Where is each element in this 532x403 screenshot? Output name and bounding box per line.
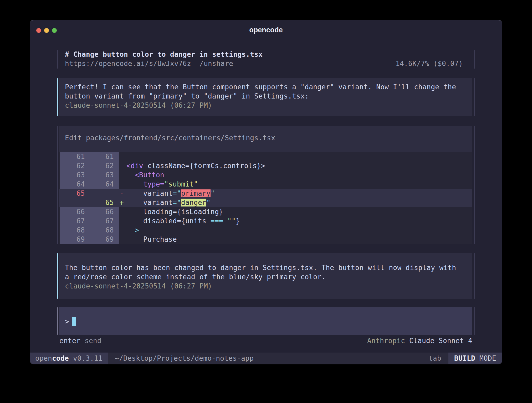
diff-view: 61616262<div className={formCs.controls}… [59,152,472,244]
message-accent-bar [57,253,58,299]
diff-code-line: <Button [126,170,472,180]
diff-code-line: disabled={units === ""} [126,216,472,226]
mode-segment[interactable]: BUILDMODE [448,353,502,364]
diff-row: 6363 <Button [59,170,472,180]
edit-block-left-rule [57,126,58,244]
diff-row: 6868 > [59,226,472,235]
input-left-rule [57,307,58,335]
model-name: Claude Sonnet 4 [409,337,472,345]
diff-code-line: type="submit" [126,180,472,189]
diff-code-line: loading={isLoading} [126,207,472,216]
diff-code-line [126,152,472,161]
diff-code-line: > [126,226,472,235]
tab-key-hint[interactable]: tab [429,353,441,364]
message-accent-bar [57,78,58,116]
diff-code-line: variant="primary" [126,189,472,198]
edit-tool-block: Edit packages/frontend/src/containers/Se… [59,126,472,244]
message-line: a red/rose color scheme instead of the b… [65,272,472,282]
send-action-hint: send [85,337,101,345]
app-window: opencode # Change button color to danger… [30,20,502,364]
diff-row: 6262<div className={formCs.controls}> [59,161,472,170]
status-bar: opencodev0.3.11 ~/Desktop/Projects/demo-… [30,353,502,364]
app-name-bold: code [52,354,69,362]
model-indicator: AnthropicClaude Sonnet 4 [367,336,472,345]
assistant-message: Perfect! I can see that the Button compo… [59,78,472,116]
app-name-regular: open [35,354,52,362]
unshare-command[interactable]: /unshare [200,60,233,68]
input-right-rule [474,307,475,335]
app-version-segment: opencodev0.3.11 [30,353,108,364]
message-model-meta: claude-sonnet-4-20250514 (06:27 PM) [65,101,472,110]
message-right-rule [474,253,475,299]
message-text: The button color has been changed to dan… [65,263,472,282]
diff-row: 65- variant="primary" [59,189,472,198]
mode-label-rest: MODE [479,354,496,362]
diff-row: 6969 Purchase [59,235,472,244]
model-provider: Anthropic [367,337,405,345]
session-header-left-rule [57,50,58,69]
edit-block-right-rule [474,126,475,244]
message-model-meta: claude-sonnet-4-20250514 (06:27 PM) [65,282,472,291]
window-titlebar: opencode [30,20,502,39]
diff-row: 6767 disabled={units === ""} [59,216,472,226]
message-text: Perfect! I can see that the Button compo… [65,82,472,101]
diff-row: 6464 type="submit" [59,180,472,189]
diff-row: 65+ variant="danger" [59,198,472,207]
message-line: button variant from "primary" to "danger… [65,92,472,101]
share-url-link[interactable]: https://opencode.ai/s/UwJxv76z [65,60,191,68]
message-right-rule [474,78,475,116]
screen: opencode # Change button color to danger… [0,0,532,403]
text-cursor [72,317,76,326]
mode-label-bold: BUILD [454,354,475,362]
message-line: The button color has been changed to dan… [65,263,472,272]
prompt-symbol: > [65,317,69,326]
diff-code-line: Purchase [126,235,472,244]
session-header: # Change button color to danger in setti… [59,50,472,68]
session-header-right-rule [474,50,475,69]
diff-code-line: <div className={formCs.controls}> [126,161,472,170]
diff-code-line: variant="danger" [126,198,472,207]
message-line: Perfect! I can see that the Button compo… [65,82,472,92]
assistant-message: The button color has been changed to dan… [59,253,472,299]
diff-row: 6666 loading={isLoading} [59,207,472,216]
diff-row: 6161 [59,152,472,161]
app-version: v0.3.11 [73,354,103,362]
working-directory: ~/Desktop/Projects/demo-notes-app [115,353,254,364]
token-usage: 14.6K/7% ($0.07) [396,59,463,68]
enter-key-hint: enter [59,337,80,345]
send-hint: entersend [59,336,101,345]
edit-file-path: Edit packages/frontend/src/containers/Se… [65,133,275,143]
session-title: # Change button color to danger in setti… [59,50,472,59]
prompt-input[interactable]: > [59,307,472,335]
window-title: opencode [30,26,502,34]
